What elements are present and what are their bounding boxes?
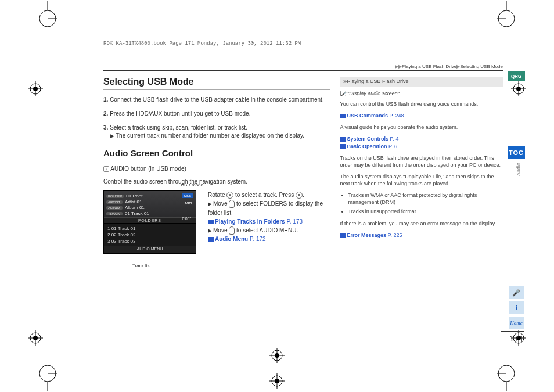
link-system-controls[interactable]: System Controls [347,136,389,142]
link-icon [340,233,346,238]
link-icon [208,237,214,242]
audio-menu-header: AUDIO MENU [104,246,196,253]
breadcrumb-level1: Playing a USB Flash Drive [402,64,456,69]
tab-audio: Audio [516,163,521,176]
link-icon [340,114,346,118]
info-para: You can control the USB flash drive usin… [340,100,503,107]
tab-qrg[interactable]: QRG [508,71,525,81]
info-para: The audio system displays "Unplayable Fi… [340,173,503,187]
info-list-item: Tracks in unsupported format [348,208,503,215]
link-icon [340,137,346,142]
page-content: ▶▶Playing a USB Flash Drive▶Selecting US… [103,64,503,254]
page-number: 171 [501,331,524,343]
registration-mark-icon [269,348,285,363]
registration-mark-icon [511,81,526,96]
track-row: 3 03 Track 03 [107,238,192,244]
folder-value: 01 Root [126,193,142,199]
usb-screenshot: USB mode USB MP3 0'05" FOLDER01 Root ART… [103,190,202,254]
mp3-badge: MP3 [185,202,192,205]
usb-badge: USB [182,193,193,198]
info-para: Tracks on the USB flash drive are played… [340,154,503,168]
info-box-header: ≫Playing a USB Flash Drive [340,77,503,87]
album-value: Album 01 [125,205,145,210]
joystick-down-icon [229,226,235,235]
voice-icon: 🎤 [340,91,346,96]
file-header: RDX_KA-31TX4800.book Page 171 Monday, Ja… [103,41,301,46]
link-icon [208,220,214,224]
breadcrumb: ▶▶Playing a USB Flash Drive▶Selecting US… [103,64,503,69]
info-arrows-icon: ≫ [343,79,346,85]
registration-mark-icon [269,373,285,389]
voice-help-icon[interactable]: 🎤 [509,286,524,299]
elapsed-time: 0'05" [182,217,191,221]
instructions-column: Rotate to select a track. Press . ▶Move … [208,190,330,254]
link-usb-commands[interactable]: USB Commands [347,113,388,118]
info-para: A visual guide helps you operate the aud… [340,124,503,131]
joystick-up-icon [229,200,235,208]
step-1: 1. Connect the USB flash drive to the US… [103,96,330,104]
info-para: If there is a problem, you may see an er… [340,220,503,227]
link-playing-tracks[interactable]: Playing Tracks in Folders [215,218,285,225]
info-icon[interactable]: ℹ [509,301,524,314]
registration-mark-icon [28,330,43,346]
tab-toc[interactable]: TOC [508,146,525,159]
link-audio-menu[interactable]: Audio Menu [215,236,248,242]
artist-value: Artist 01 [125,199,142,204]
step-2: 2. Press the HDD/AUX button until you ge… [103,110,330,118]
crop-mark-icon [497,364,524,391]
track-value: 01 Track 01 [125,211,149,216]
link-error-messages[interactable]: Error Messages [347,232,387,238]
crop-mark-icon [30,364,57,391]
enter-button-icon [296,192,303,199]
info-list-item: Tracks in WMA or AAC format protected by… [348,192,503,206]
voice-command: 🎤 "Display audio screen" [340,90,503,97]
audio-button-label: AUDIO button (in USB mode) [110,166,186,172]
registration-mark-icon [28,81,43,96]
audio-screen-description: Control the audio screen through the nav… [103,178,330,186]
link-basic-operation[interactable]: Basic Operation [347,143,387,149]
audio-button-icon: ♪ [103,166,109,172]
crop-mark-icon [30,1,57,28]
caption-track-list: Track list [132,263,151,268]
rotate-dial-icon [226,192,233,199]
link-icon [340,144,346,149]
section-title-usb-mode: Selecting USB Mode [103,77,330,90]
crop-mark-icon [497,1,524,28]
caption-usb-mode: USB mode [181,182,203,188]
track-row: 1 01 Track 01 [107,225,192,232]
breadcrumb-level2: Selecting USB Mode [460,64,503,69]
section-title-audio-screen: Audio Screen Control [103,148,330,160]
home-icon[interactable]: Home [509,317,524,329]
step-3: 3. Select a track using skip, scan, fold… [103,124,330,140]
track-row: 2 02 Track 02 [107,232,192,238]
